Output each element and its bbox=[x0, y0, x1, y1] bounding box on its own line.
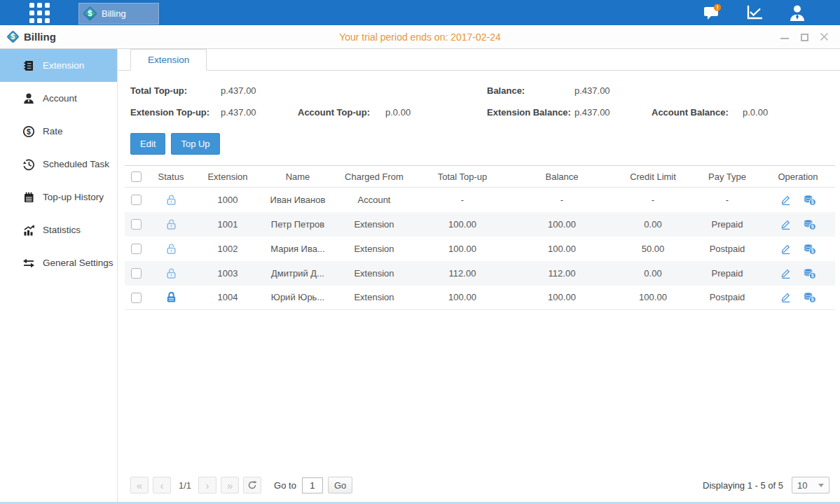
app-launcher-grid-icon[interactable] bbox=[0, 3, 78, 23]
grid-dots-icon bbox=[29, 3, 50, 23]
edit-row-icon[interactable] bbox=[780, 291, 792, 303]
stat-extension-topup-label: Extension Top-up: bbox=[130, 107, 209, 118]
table-row[interactable]: 1000 Иван Иванов Account - - - - bbox=[125, 188, 835, 212]
locked-icon bbox=[165, 291, 177, 303]
person-icon bbox=[788, 4, 806, 22]
sidebar-item-label: Top-up History bbox=[43, 192, 104, 202]
row-checkbox[interactable] bbox=[131, 293, 142, 303]
billing-diamond-dollar-icon: $ bbox=[83, 6, 97, 20]
stat-extension-balance-value: p.437.00 bbox=[574, 107, 610, 118]
extension-table-body: 1000 Иван Иванов Account - - - - bbox=[125, 188, 835, 310]
top-up-row-icon[interactable]: $ bbox=[803, 291, 816, 303]
sidebar-item-topup-history[interactable]: Top-up History bbox=[0, 181, 117, 214]
sidebar-item-label: Rate bbox=[43, 126, 63, 136]
tab-extension[interactable]: Extension bbox=[130, 49, 207, 71]
sidebar-item-label: Extension bbox=[43, 60, 84, 71]
stat-total-topup-label: Total Top-up: bbox=[130, 85, 187, 96]
sidebar-menu: Extension Account $ Rate Scheduled Task bbox=[0, 49, 118, 504]
top-up-button[interactable]: Top Up bbox=[171, 133, 219, 155]
sidebar-item-label: Account bbox=[43, 93, 77, 104]
row-checkbox[interactable] bbox=[131, 219, 142, 230]
pagination-bar: « ‹ 1/1 › » Go to Go Displaying 1 - 5 of… bbox=[118, 469, 840, 501]
next-page-button[interactable]: › bbox=[198, 477, 216, 493]
sidebar-item-rate[interactable]: $ Rate bbox=[0, 115, 117, 148]
cell-credit-limit: 50.00 bbox=[612, 237, 694, 261]
col-header-credit-limit: Credit Limit bbox=[612, 166, 694, 188]
goto-page-input[interactable] bbox=[302, 477, 323, 493]
table-row[interactable]: 1001 Петр Петров Extension 100.00 100.00… bbox=[125, 212, 835, 237]
scheduled-task-clock-icon bbox=[22, 158, 35, 171]
edit-row-icon[interactable] bbox=[780, 194, 792, 206]
table-row[interactable]: 1004 Юрий Юрь... Extension 100.00 100.00… bbox=[125, 286, 835, 310]
cell-total-topup: 112.00 bbox=[413, 261, 511, 286]
table-row[interactable]: 1002 Мария Ива... Extension 100.00 100.0… bbox=[125, 237, 835, 261]
cell-credit-limit: - bbox=[612, 188, 694, 212]
operation-icons: $ bbox=[761, 218, 835, 230]
select-all-checkbox[interactable] bbox=[131, 172, 142, 182]
col-header-charged-from: Charged From bbox=[335, 166, 413, 188]
sidebar-item-label: Statistics bbox=[43, 225, 81, 235]
unlocked-icon bbox=[165, 218, 177, 230]
row-checkbox[interactable] bbox=[131, 244, 142, 254]
edit-row-icon[interactable] bbox=[780, 243, 792, 255]
top-up-row-icon[interactable]: $ bbox=[803, 267, 816, 279]
edit-row-icon[interactable] bbox=[780, 218, 792, 230]
cell-charged-from: Extension bbox=[335, 261, 413, 286]
table-row[interactable]: 1003 Дмитрий Д... Extension 112.00 112.0… bbox=[125, 261, 835, 286]
sidebar-item-extension[interactable]: Extension bbox=[0, 49, 117, 82]
status-lock-icon bbox=[147, 212, 195, 237]
topup-history-ledger-icon bbox=[22, 191, 35, 204]
cell-name: Петр Петров bbox=[261, 212, 335, 237]
billing-summary: Total Top-up: p.437.00 Balance: p.437.00… bbox=[118, 71, 840, 126]
operation-icons: $ bbox=[761, 243, 835, 255]
refresh-button[interactable] bbox=[243, 477, 261, 493]
top-up-row-icon[interactable]: $ bbox=[803, 218, 816, 230]
page-size-select[interactable]: 10 bbox=[792, 477, 829, 493]
operation-icons: $ bbox=[761, 267, 835, 279]
sidebar-item-scheduled-task[interactable]: Scheduled Task bbox=[0, 148, 117, 181]
extension-table-wrap: Status Extension Name Charged From Total… bbox=[125, 165, 835, 310]
page-indicator: 1/1 bbox=[179, 480, 191, 491]
top-up-row-icon[interactable]: $ bbox=[803, 243, 816, 255]
cell-balance: 100.00 bbox=[511, 286, 612, 310]
svg-text:$: $ bbox=[811, 298, 814, 303]
close-icon[interactable] bbox=[819, 33, 829, 41]
first-page-button[interactable]: « bbox=[130, 477, 149, 493]
topbar-tab-label: Billing bbox=[102, 8, 126, 19]
col-header-pay-type: Pay Type bbox=[694, 166, 761, 188]
top-up-row-icon[interactable]: $ bbox=[803, 194, 816, 206]
statistics-monitor-icon[interactable] bbox=[743, 3, 766, 22]
sidebar-item-account[interactable]: Account bbox=[0, 82, 117, 115]
stat-extension-topup-value: p.437.00 bbox=[221, 107, 256, 118]
refresh-icon bbox=[247, 480, 257, 490]
extension-book-icon bbox=[22, 59, 35, 72]
billing-app-window: $ Billing bbox=[0, 0, 840, 504]
edit-row-icon[interactable] bbox=[780, 267, 792, 279]
status-lock-icon bbox=[147, 261, 195, 286]
stat-account-topup-value: p.0.00 bbox=[385, 107, 411, 118]
user-account-icon[interactable] bbox=[785, 3, 809, 22]
maximize-icon[interactable] bbox=[799, 33, 809, 41]
line-chart-icon bbox=[745, 4, 764, 21]
sidebar-item-label: General Settings bbox=[43, 258, 113, 268]
stat-balance-label: Balance: bbox=[487, 85, 525, 96]
goto-label: Go to bbox=[274, 480, 296, 491]
cell-credit-limit: 0.00 bbox=[612, 212, 694, 237]
messages-icon[interactable] bbox=[700, 3, 724, 22]
page-size-value: 10 bbox=[797, 480, 807, 491]
minimize-icon[interactable] bbox=[780, 33, 790, 41]
topbar-tab-billing[interactable]: $ Billing bbox=[78, 3, 159, 24]
row-checkbox[interactable] bbox=[131, 268, 142, 279]
cell-extension: 1003 bbox=[195, 261, 261, 286]
row-checkbox[interactable] bbox=[131, 195, 142, 205]
account-user-icon bbox=[22, 92, 35, 105]
sidebar-item-general-settings[interactable]: General Settings bbox=[0, 246, 117, 279]
edit-button[interactable]: Edit bbox=[130, 133, 165, 155]
cell-name: Мария Ива... bbox=[261, 237, 335, 261]
statistics-chart-icon bbox=[22, 224, 35, 237]
cell-name: Юрий Юрь... bbox=[261, 286, 335, 310]
prev-page-button[interactable]: ‹ bbox=[153, 477, 171, 493]
go-button[interactable]: Go bbox=[328, 477, 352, 493]
sidebar-item-statistics[interactable]: Statistics bbox=[0, 214, 117, 246]
last-page-button[interactable]: » bbox=[221, 477, 239, 493]
